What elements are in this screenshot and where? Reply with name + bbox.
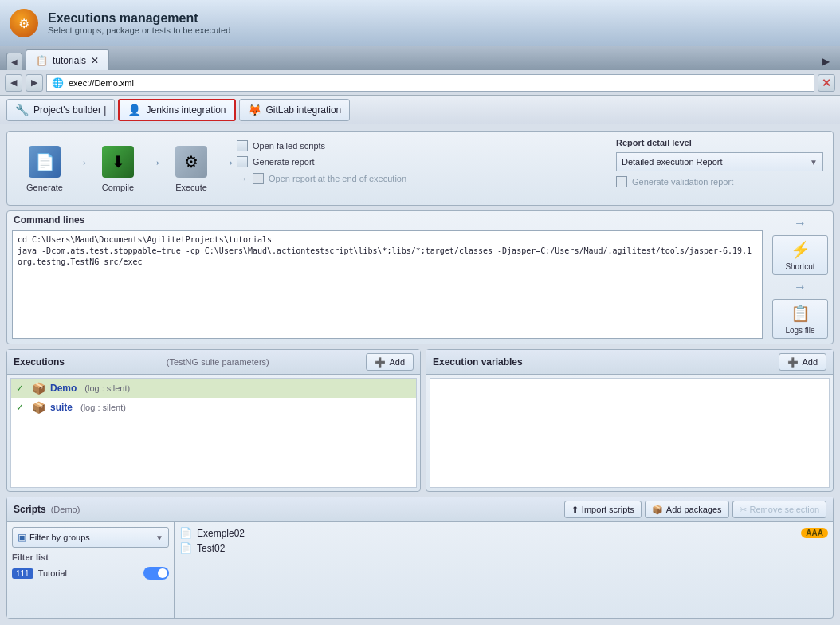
tab-bar: ◀ 📋 tutorials ✕ ▶ [0,46,840,70]
back-button[interactable]: ◀ [5,74,22,92]
command-btns: → ⚡ Shortcut → 📋 Logs file [767,211,833,344]
shortcut-button[interactable]: ⚡ Shortcut [772,235,828,275]
app-title-block: Executions management Select groups, pac… [48,11,230,35]
exec-check-suite: ✓ [16,402,27,413]
report-panel: Report detail level Detailed execution R… [616,138,823,187]
filter-panel: ▣ Filter by groups ▼ Filter list 111 Tut… [7,522,175,618]
exec-icon-demo: 📦 [32,382,45,395]
main-content: 📄 Generate → ⬇ Compile → ⚙ Execute → Ope… [0,124,840,625]
tab-close-icon[interactable]: ✕ [91,55,99,66]
logs-file-button[interactable]: 📋 Logs file [772,299,828,339]
address-bar: ◀ ▶ 🌐 exec://Demo.xml ✕ [0,70,840,96]
exec-icon-suite: 📦 [32,401,45,414]
executions-subtitle: (TestNG suite parameters) [167,357,269,367]
scripts-section: Scripts (Demo) ⬆ Import scripts 📦 Add pa… [6,497,834,619]
generate-report-label: Generate report [253,157,315,167]
add-packages-icon: 📦 [652,505,663,515]
projects-builder-button[interactable]: 🔧 Project's builder | [6,99,115,121]
tab-label: tutorials [53,55,86,66]
report-select-value: Detailed execution Report [622,157,807,167]
exec-item-suite[interactable]: ✓ 📦 suite (log : silent) [11,398,416,417]
executions-add-icon: ➕ [375,357,386,368]
exec-name-suite: suite [50,402,73,413]
gitlab-integration-button[interactable]: 🦊 GitLab integration [239,99,351,121]
variables-header: Execution variables ➕ Add [426,350,833,375]
executions-add-label: Add [389,357,405,367]
script-item-exemple02[interactable]: 📄 Exemple02 AAA [179,527,828,539]
filter-item-tutorial: 111 Tutorial [12,567,169,580]
scripts-header: Scripts (Demo) ⬆ Import scripts 📦 Add pa… [7,497,833,522]
variables-add-label: Add [802,357,818,367]
command-wrapper: Command lines cd C:\Users\Maud\Documents… [7,211,767,344]
gitlab-icon: 🦊 [248,104,261,116]
close-tab-button[interactable]: ✕ [818,74,835,92]
open-failed-label: Open failed scripts [253,141,325,151]
generate-report-row: Generate report [237,156,406,167]
executions-add-button[interactable]: ➕ Add [366,353,414,371]
command-line-2: java -Dcom.ats.test.stoppable=true -cp C… [18,246,757,268]
cmd-arrow: → [794,216,807,230]
logs-label: Logs file [785,326,814,335]
command-text[interactable]: cd C:\Users\Maud\Documents\AgilitetProje… [12,230,763,339]
variables-list [430,378,830,488]
report-select[interactable]: Detailed execution Report ▼ [616,152,823,171]
executions-header: Executions (TestNG suite parameters) ➕ A… [7,350,420,375]
script-name-exemple02: Exemple02 [197,528,245,539]
import-scripts-button[interactable]: ⬆ Import scripts [564,501,642,518]
jenkins-integration-button[interactable]: 👤 Jenkins integration [118,99,235,121]
report-detail-label: Report detail level [616,138,823,147]
toolbar: 🔧 Project's builder | 👤 Jenkins integrat… [0,96,840,124]
cmd-arrow-2: → [794,280,807,294]
filter-groups-dropdown[interactable]: ▣ Filter by groups ▼ [12,527,169,548]
scripts-title: Scripts [14,504,46,515]
jenkins-label: Jenkins integration [146,104,226,116]
tab-tutorials[interactable]: 📋 tutorials ✕ [26,49,109,70]
arrow-2: → [147,155,162,171]
open-report-arrow: → [237,172,248,185]
script-icon-exemple02: 📄 [179,527,192,539]
logs-icon: 📋 [791,304,811,323]
projects-builder-label: Project's builder | [33,104,106,116]
validation-row: Generate validation report [616,176,823,187]
shortcut-label: Shortcut [785,262,814,271]
shortcut-icon: ⚡ [791,240,811,259]
execute-icon: ⚙ [175,146,207,178]
exec-log-demo: (log : silent) [84,383,130,393]
open-report-checkbox[interactable] [253,173,264,184]
import-label: Import scripts [582,505,634,514]
step-compile: ⬇ Compile [90,144,146,192]
scripts-body: ▣ Filter by groups ▼ Filter list 111 Tut… [7,522,833,618]
script-item-test02[interactable]: 📄 Test02 [179,542,828,554]
command-line-1: cd C:\Users\Maud\Documents\AgilitetProje… [18,234,757,246]
generate-report-checkbox[interactable] [237,156,248,167]
bottom-panels: Executions (TestNG suite parameters) ➕ A… [6,349,834,492]
validation-checkbox[interactable] [616,176,627,187]
remove-selection-button[interactable]: ✂ Remove selection [732,501,826,518]
add-packages-label: Add packages [666,505,722,514]
variables-add-button[interactable]: ➕ Add [779,353,826,371]
exec-item-demo[interactable]: ✓ 📦 Demo (log : silent) [11,379,416,398]
tab-nav-left[interactable]: ◀ [6,53,22,70]
tab-icon: 📋 [36,55,48,66]
forward-button[interactable]: ▶ [26,74,43,92]
app-header: ⚙ Executions management Select groups, p… [0,0,840,46]
open-failed-row: Open failed scripts [237,140,406,151]
open-failed-checkbox[interactable] [237,140,248,151]
tab-nav-right[interactable]: ▶ [818,53,834,70]
scripts-title-group: Scripts (Demo) [14,504,80,515]
command-section: Command lines cd C:\Users\Maud\Documents… [6,210,834,344]
aaa-badge: AAA [801,528,828,538]
filter-list-label: Filter list [12,552,169,562]
options-panel: Open failed scripts Generate report → Op… [237,140,406,185]
address-input[interactable]: 🌐 exec://Demo.xml [46,74,814,92]
exec-log-suite: (log : silent) [80,403,126,412]
filter-arrow-icon: ▼ [155,533,163,542]
app-logo: ⚙ [10,9,38,37]
gitlab-label: GitLab integration [266,104,342,116]
executions-title: Executions [14,356,65,368]
add-packages-button[interactable]: 📦 Add packages [645,501,729,518]
generate-label: Generate [26,183,63,192]
filter-toggle-tutorial[interactable] [143,567,169,580]
executions-list: ✓ 📦 Demo (log : silent) ✓ 📦 suite (log :… [10,378,417,488]
import-icon: ⬆ [571,505,579,515]
